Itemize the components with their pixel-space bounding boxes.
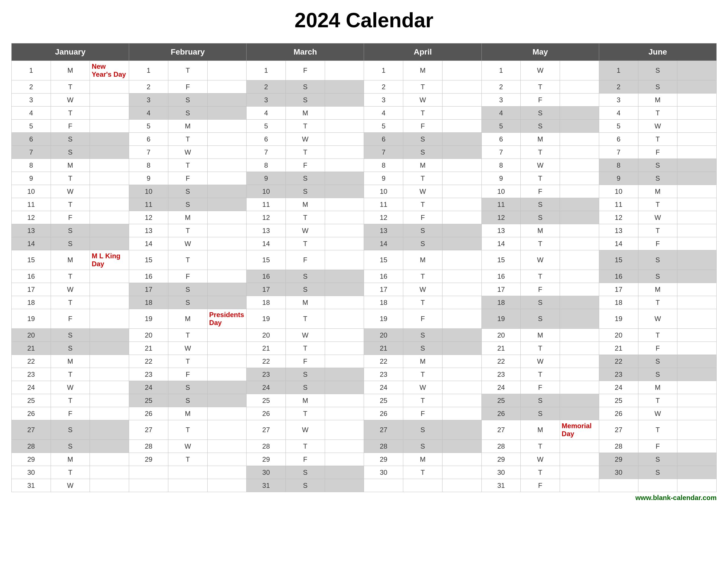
day-event — [325, 133, 364, 146]
day-event — [207, 342, 247, 355]
day-event — [325, 309, 364, 329]
day-number: 15 — [599, 250, 638, 270]
day-event — [207, 107, 247, 120]
day-number: 6 — [364, 133, 403, 146]
day-event — [325, 61, 364, 80]
day-letter: S — [638, 172, 677, 185]
table-row: 31W31S31F — [12, 479, 717, 492]
day-event — [90, 80, 129, 94]
day-number: 19 — [481, 309, 521, 329]
day-event — [325, 211, 364, 224]
day-letter: S — [286, 185, 325, 198]
day-letter: F — [521, 283, 560, 296]
day-number: 24 — [247, 381, 286, 394]
day-number: 22 — [481, 355, 521, 368]
day-number: 3 — [12, 94, 51, 107]
day-number: 14 — [481, 237, 521, 250]
day-letter: S — [168, 198, 207, 211]
day-event: New Year's Day — [90, 61, 129, 80]
day-event — [560, 224, 599, 237]
table-row: 26F26M26T26F26S26W — [12, 407, 717, 420]
day-event — [325, 107, 364, 120]
day-event — [560, 107, 599, 120]
day-event — [560, 172, 599, 185]
day-number: 23 — [129, 368, 168, 381]
day-event — [442, 159, 481, 172]
day-number: 18 — [12, 296, 51, 309]
day-number: 19 — [364, 309, 403, 329]
day-number: 17 — [364, 283, 403, 296]
day-event — [560, 479, 599, 492]
day-event — [677, 296, 717, 309]
day-number: 12 — [247, 211, 286, 224]
month-header-jan: January — [12, 43, 129, 61]
day-number: 6 — [481, 133, 521, 146]
day-letter: W — [403, 381, 442, 394]
table-row: 22M22T22F22M22W22S — [12, 355, 717, 368]
day-number: 7 — [481, 146, 521, 159]
day-letter: W — [51, 185, 90, 198]
day-letter: F — [521, 381, 560, 394]
day-number: 30 — [599, 466, 638, 479]
day-number: 28 — [364, 440, 403, 453]
day-number: 21 — [481, 342, 521, 355]
day-event — [207, 211, 247, 224]
day-event — [560, 440, 599, 453]
table-row: 9T9F9S9T9T9S — [12, 172, 717, 185]
day-letter: S — [286, 381, 325, 394]
empty-day-letter — [403, 479, 442, 492]
day-number: 11 — [481, 198, 521, 211]
day-number: 20 — [12, 329, 51, 342]
day-letter: T — [168, 250, 207, 270]
day-event — [90, 211, 129, 224]
table-row: 19F19MPresidents Day19T19F19S19W — [12, 309, 717, 329]
day-letter: W — [51, 94, 90, 107]
day-letter: S — [638, 270, 677, 283]
day-letter: S — [286, 479, 325, 492]
day-letter: F — [638, 146, 677, 159]
day-event — [442, 466, 481, 479]
day-event — [442, 420, 481, 440]
day-letter: M — [286, 296, 325, 309]
day-number: 22 — [247, 355, 286, 368]
day-letter: S — [638, 80, 677, 94]
day-event — [325, 120, 364, 133]
calendar-table: JanuaryFebruaryMarchAprilMayJune1MNew Ye… — [11, 43, 717, 492]
day-event — [90, 309, 129, 329]
day-event — [90, 198, 129, 211]
day-event — [207, 250, 247, 270]
day-letter: T — [168, 355, 207, 368]
day-event — [207, 224, 247, 237]
day-number: 22 — [129, 355, 168, 368]
day-number: 26 — [247, 407, 286, 420]
day-letter: W — [521, 159, 560, 172]
day-letter: T — [51, 466, 90, 479]
day-event — [90, 237, 129, 250]
day-letter: T — [51, 368, 90, 381]
table-row: 11T11S11M11T11S11T — [12, 198, 717, 211]
day-letter: M — [51, 61, 90, 80]
day-number: 15 — [481, 250, 521, 270]
table-row: 29M29T29F29M29W29S — [12, 453, 717, 466]
empty-day-letter — [168, 466, 207, 479]
day-letter: S — [286, 80, 325, 94]
day-number: 20 — [599, 329, 638, 342]
day-event — [560, 61, 599, 80]
day-event — [325, 224, 364, 237]
day-letter: M — [638, 283, 677, 296]
day-letter: S — [51, 146, 90, 159]
table-row: 14S14W14T14S14T14F — [12, 237, 717, 250]
day-number: 22 — [12, 355, 51, 368]
day-letter: S — [521, 309, 560, 329]
day-number: 9 — [247, 172, 286, 185]
day-letter: M — [403, 250, 442, 270]
day-number: 16 — [481, 270, 521, 283]
day-letter: W — [286, 133, 325, 146]
day-event — [442, 309, 481, 329]
day-event: Memorial Day — [560, 420, 599, 440]
day-number: 2 — [599, 80, 638, 94]
day-letter: T — [168, 61, 207, 80]
day-letter: T — [521, 368, 560, 381]
day-letter: T — [168, 453, 207, 466]
day-letter: T — [403, 368, 442, 381]
